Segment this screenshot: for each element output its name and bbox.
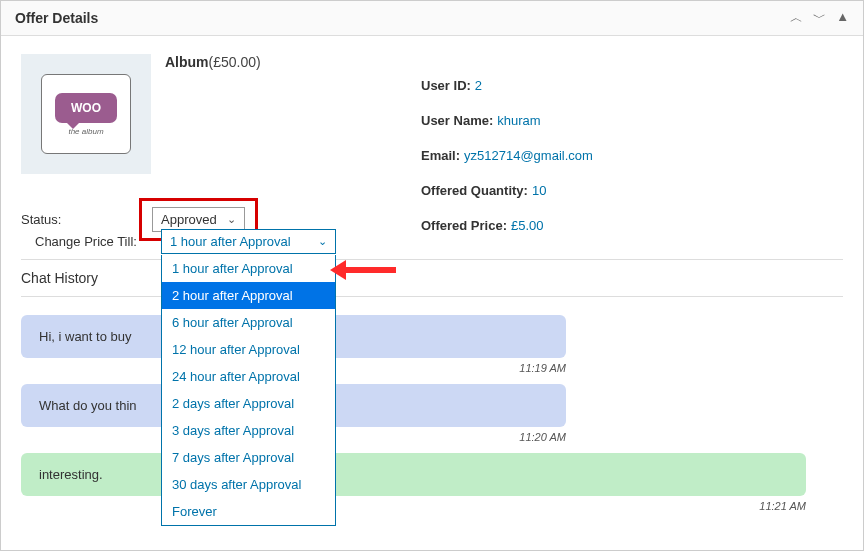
chat-message: interesting.11:21 AM	[21, 453, 831, 512]
product-title: Album(£50.00)	[165, 54, 261, 174]
change-price-option[interactable]: 7 days after Approval	[162, 444, 335, 471]
offered-price-label: Offered Price:	[421, 218, 507, 233]
user-id-label: User ID:	[421, 78, 471, 93]
change-price-label: Change Price Till:	[35, 234, 137, 249]
chevron-down-icon: ⌄	[318, 235, 327, 248]
qty-label: Offered Quantity:	[421, 183, 528, 198]
product-price: (£50.00)	[209, 54, 261, 70]
panel-controls: ︿ ﹀ ▲	[790, 9, 849, 27]
user-id-value: 2	[475, 78, 482, 93]
offered-price-value: £5.00	[511, 218, 544, 233]
user-info-panel: User ID:2 User Name:khuram Email:yz51271…	[421, 54, 843, 253]
user-name-value: khuram	[497, 113, 540, 128]
product-name: Album	[165, 54, 209, 70]
change-price-option[interactable]: 2 days after Approval	[162, 390, 335, 417]
chevron-down-icon: ⌄	[227, 213, 236, 226]
chat-bubble: interesting.	[21, 453, 806, 496]
change-price-option[interactable]: 6 hour after Approval	[162, 309, 335, 336]
change-price-option[interactable]: Forever	[162, 498, 335, 525]
change-price-option[interactable]: 12 hour after Approval	[162, 336, 335, 363]
change-price-option[interactable]: 30 days after Approval	[162, 471, 335, 498]
panel-header: Offer Details ︿ ﹀ ▲	[1, 1, 863, 36]
panel-down-icon[interactable]: ﹀	[813, 9, 826, 27]
panel-up-icon[interactable]: ︿	[790, 9, 803, 27]
woo-logo: WOO	[55, 93, 117, 123]
chat-message: Hi, i want to buy11:19 AM	[21, 315, 831, 374]
change-price-option[interactable]: 1 hour after Approval	[162, 255, 335, 282]
change-price-dropdown: 1 hour after Approval2 hour after Approv…	[161, 255, 336, 526]
chat-scroll-area[interactable]: Hi, i want to buy11:19 AMWhat do you thi…	[21, 305, 843, 515]
change-price-option[interactable]: 3 days after Approval	[162, 417, 335, 444]
chat-message: What do you thin11:20 AM	[21, 384, 831, 443]
qty-value: 10	[532, 183, 546, 198]
arrow-annotation	[346, 267, 396, 273]
status-select-value: Approved	[161, 212, 217, 227]
panel-collapse-icon[interactable]: ▲	[836, 9, 849, 27]
change-price-select[interactable]: 1 hour after Approval ⌄	[161, 229, 336, 254]
email-label: Email:	[421, 148, 460, 163]
divider	[21, 296, 843, 297]
change-price-option[interactable]: 24 hour after Approval	[162, 363, 335, 390]
chat-history-title: Chat History	[21, 270, 863, 286]
content-area: WOO the album Album(£50.00) Status: Appr…	[1, 36, 863, 253]
divider	[21, 259, 843, 260]
change-price-select-value: 1 hour after Approval	[170, 234, 291, 249]
email-value: yz512714@gmail.com	[464, 148, 593, 163]
chat-timestamp: 11:21 AM	[21, 500, 806, 512]
user-name-label: User Name:	[421, 113, 493, 128]
status-label: Status:	[21, 212, 139, 227]
product-image: WOO the album	[21, 54, 151, 174]
change-price-option[interactable]: 2 hour after Approval	[162, 282, 335, 309]
panel-title: Offer Details	[15, 10, 98, 26]
